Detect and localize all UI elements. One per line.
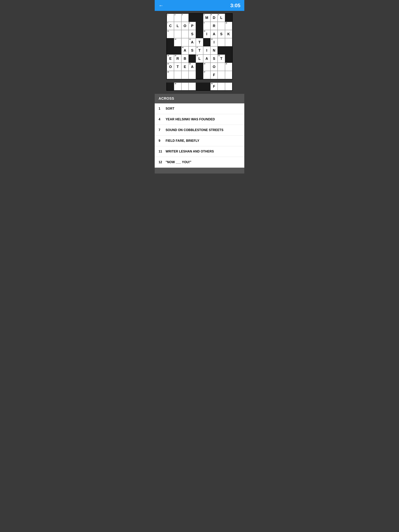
cell-5-6[interactable]: I (203, 46, 210, 55)
cell-7-2[interactable]: T (174, 63, 181, 71)
cell-5-3[interactable]: 16A (181, 46, 189, 55)
cell-6-3[interactable]: B (181, 55, 189, 63)
clue-item-7[interactable]: 7 SOUND ON COBBLESTONE STREETS (155, 125, 244, 136)
cell-9-8[interactable] (218, 82, 225, 90)
cell-7-7[interactable]: O (210, 63, 218, 71)
cell-3-9[interactable]: K (225, 30, 232, 38)
cell-4-6 (203, 38, 210, 46)
cell-8-1[interactable]: 26 (167, 71, 174, 79)
cell-1-8[interactable]: 6L (218, 14, 225, 22)
cell-1-9 (225, 14, 232, 22)
clue-text-4: YEAR HELSINKI WAS FOUNDED (166, 118, 215, 121)
cell-4-8[interactable] (218, 38, 225, 46)
cell-2-2[interactable]: L (174, 22, 181, 30)
cell-7-6[interactable]: 24 (203, 63, 210, 71)
cell-3-7[interactable]: A (210, 30, 218, 38)
cell-6-5[interactable]: 20L (196, 55, 203, 63)
crossword-bottom: 28 29F (155, 82, 244, 94)
cell-5-2 (174, 46, 181, 55)
cell-3-4[interactable]: S (189, 30, 196, 38)
cell-8-8[interactable] (218, 71, 225, 79)
cell-6-8[interactable]: 21T (218, 55, 225, 63)
cell-4-1 (167, 38, 174, 46)
cell-3-8[interactable]: S (218, 30, 225, 38)
cell-5-7[interactable]: N (210, 46, 218, 55)
clue-text-12: "NOW ___ YOU!" (166, 160, 191, 164)
cell-6-2[interactable]: 19R (174, 55, 181, 63)
cell-5-8 (218, 46, 225, 55)
clue-item-12[interactable]: 12 "NOW ___ YOU!" (155, 157, 244, 168)
clue-item-9[interactable]: 9 FIELD FARE, BRIEFLY (155, 136, 244, 146)
cell-4-3[interactable] (181, 38, 189, 46)
crossword-container: 1 2 3 4M 5D 6L 7C L O 8P 9 R 10 11 S 12I… (155, 11, 244, 82)
clue-number-1: 1 (159, 107, 166, 110)
cell-2-7[interactable]: R (210, 22, 218, 30)
cell-9-1 (167, 82, 174, 90)
cell-9-9[interactable] (225, 82, 232, 90)
cell-7-4[interactable]: 23A (189, 63, 196, 71)
clue-text-1: SORT (166, 107, 174, 110)
header: ← 3:05 (155, 0, 244, 11)
cell-4-9[interactable] (225, 38, 232, 46)
cell-1-4 (189, 14, 196, 22)
cell-8-3[interactable] (181, 71, 189, 79)
cell-7-5 (196, 63, 203, 71)
cell-3-5 (196, 30, 203, 38)
cell-6-1[interactable]: 18E (167, 55, 174, 63)
cell-5-9 (225, 46, 232, 55)
cell-3-1[interactable]: 11 (167, 30, 174, 38)
clues-header-text: ACROSS (159, 97, 174, 101)
cell-1-1[interactable]: 1 (167, 14, 174, 22)
clue-text-11: WRITER LESHAN AND OTHERS (166, 150, 214, 153)
cell-5-4[interactable]: S (189, 46, 196, 55)
cell-4-4[interactable]: 14A (189, 38, 196, 46)
cell-4-7[interactable]: 15I (210, 38, 218, 46)
cell-9-4[interactable] (189, 82, 196, 90)
cell-2-1[interactable]: 7C (167, 22, 174, 30)
cell-9-2[interactable]: 28 (174, 82, 181, 90)
cell-1-5 (196, 14, 203, 22)
cell-8-5 (196, 71, 203, 79)
cell-7-9[interactable]: 25 (225, 63, 232, 71)
cell-1-3[interactable]: 3 (181, 14, 189, 22)
cell-9-3[interactable] (181, 82, 189, 90)
cell-7-8[interactable] (218, 63, 225, 71)
clue-item-4[interactable]: 4 YEAR HELSINKI WAS FOUNDED (155, 114, 244, 125)
cell-2-6[interactable]: 9 (203, 22, 210, 30)
cell-3-3[interactable] (181, 30, 189, 38)
cell-8-9[interactable] (225, 71, 232, 79)
cell-1-6[interactable]: 4M (203, 14, 210, 22)
cell-1-7[interactable]: 5D (210, 14, 218, 22)
clue-text-9: FIELD FARE, BRIEFLY (166, 139, 199, 143)
cell-2-9[interactable]: 10 (225, 22, 232, 30)
cell-6-7[interactable]: S (210, 55, 218, 63)
bottom-bar (155, 168, 244, 173)
cell-9-7[interactable]: 29F (210, 82, 218, 90)
cell-3-6[interactable]: 12I (203, 30, 210, 38)
clue-item-11[interactable]: 11 WRITER LESHAN AND OTHERS (155, 146, 244, 157)
back-button[interactable]: ← (159, 3, 164, 9)
cell-8-6[interactable]: 27 (203, 71, 210, 79)
cell-7-3[interactable]: E (181, 63, 189, 71)
cell-6-6[interactable]: A (203, 55, 210, 63)
clue-number-7: 7 (159, 128, 166, 132)
cell-1-2[interactable]: 2 (174, 14, 181, 22)
clue-item-1[interactable]: 1 SORT (155, 103, 244, 114)
cell-8-2[interactable] (174, 71, 181, 79)
cell-5-5[interactable]: 17T (196, 46, 203, 55)
cell-7-1[interactable]: 22O (167, 63, 174, 71)
cell-2-3[interactable]: O (181, 22, 189, 30)
clues-header: ACROSS (155, 94, 244, 103)
cell-4-5[interactable]: T (196, 38, 203, 46)
clue-number-12: 12 (159, 160, 166, 164)
clues-section: ACROSS 1 SORT 4 YEAR HELSINKI WAS FOUNDE… (155, 94, 244, 168)
cell-5-1 (167, 46, 174, 55)
cell-9-5 (196, 82, 203, 90)
cell-8-7[interactable]: F (210, 71, 218, 79)
cell-4-2[interactable]: 13 (174, 38, 181, 46)
cell-3-2[interactable] (174, 30, 181, 38)
cell-2-8[interactable] (218, 22, 225, 30)
cell-6-4 (189, 55, 196, 63)
cell-2-4[interactable]: 8P (189, 22, 196, 30)
cell-8-4[interactable] (189, 71, 196, 79)
